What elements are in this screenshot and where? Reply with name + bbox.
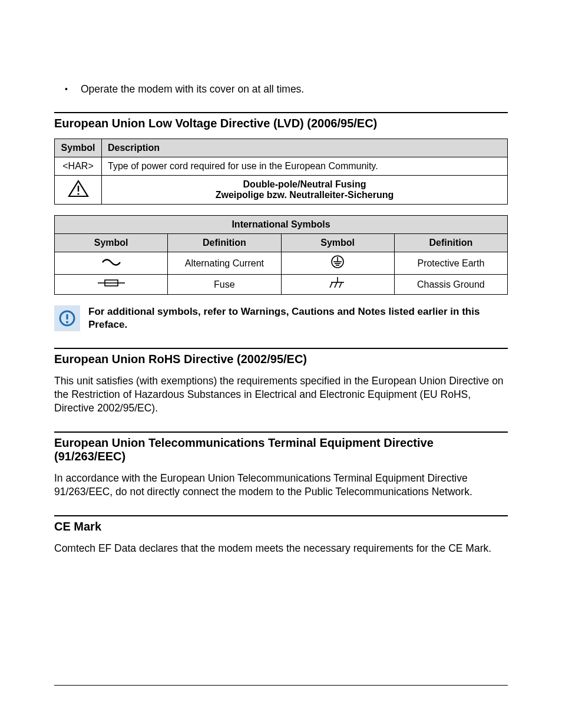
bullet-marker: • (65, 83, 68, 95)
cell-warning-desc: Double-pole/Neutral Fusing Zweipolige bz… (102, 176, 508, 205)
section-ce: CE Mark Comtech EF Data declares that th… (54, 515, 508, 555)
ac-symbol-icon (55, 252, 168, 275)
warning-line-2: Zweipolige bzw. Neutralleiter-Sicherung (108, 190, 501, 200)
table-row: Fuse Chassis Ground (55, 275, 508, 295)
protective-earth-icon (281, 252, 394, 275)
section-rule (54, 431, 508, 433)
th-definition: Definition (394, 234, 507, 252)
body-rohs: This unit satisfies (with exemptions) th… (54, 374, 508, 415)
table-international-symbols: International Symbols Symbol Definition … (54, 215, 508, 295)
heading-ce: CE Mark (54, 520, 508, 533)
warning-line-1: Double-pole/Neutral Fusing (108, 179, 501, 190)
table-row: Double-pole/Neutral Fusing Zweipolige bz… (55, 176, 508, 205)
cell-def: Chassis Ground (394, 275, 507, 295)
svg-line-15 (335, 282, 337, 288)
table-lvd-1: Symbol Description <HAR> Type of power c… (54, 139, 508, 205)
svg-point-19 (66, 321, 68, 324)
svg-line-14 (330, 282, 332, 288)
cell-har-symbol: <HAR> (55, 157, 102, 176)
cell-har-desc: Type of power cord required for use in t… (102, 157, 508, 176)
svg-line-16 (339, 282, 342, 288)
th-symbol: Symbol (55, 139, 102, 157)
table-row: Alternating Current Protective Earth (55, 252, 508, 275)
warning-triangle-icon (68, 180, 89, 200)
cell-def: Protective Earth (394, 252, 507, 275)
section-tte: European Union Telecommunications Termin… (54, 431, 508, 499)
section-lvd: European Union Low Voltage Directive (LV… (54, 112, 508, 331)
section-rohs: European Union RoHS Directive (2002/95/E… (54, 348, 508, 415)
th-symbol: Symbol (281, 234, 394, 252)
fuse-symbol-icon (55, 275, 168, 295)
bullet-text: Operate the modem with its cover on at a… (81, 83, 304, 95)
table-row: <HAR> Type of power cord required for us… (55, 157, 508, 176)
svg-point-2 (77, 193, 79, 195)
th-symbol: Symbol (55, 234, 168, 252)
section-rule (54, 515, 508, 516)
cell-warning-symbol (55, 176, 102, 205)
footer-rule (54, 685, 508, 686)
th-definition: Definition (168, 234, 281, 252)
section-rule (54, 348, 508, 349)
heading-lvd: European Union Low Voltage Directive (LV… (54, 117, 508, 130)
note-text: For additional symbols, refer to Warning… (88, 305, 508, 331)
heading-rohs: European Union RoHS Directive (2002/95/E… (54, 353, 508, 366)
body-ce: Comtech EF Data declares that the modem … (54, 542, 508, 555)
body-tte: In accordance with the European Union Te… (54, 472, 508, 499)
note-block: For additional symbols, refer to Warning… (54, 305, 508, 331)
bullet-item: • Operate the modem with its cover on at… (54, 83, 508, 95)
chassis-ground-icon (281, 275, 394, 295)
section-rule (54, 112, 508, 113)
cell-def: Alternating Current (168, 252, 281, 275)
th-intl-title: International Symbols (55, 216, 508, 234)
info-icon (54, 305, 80, 331)
th-description: Description (102, 139, 508, 157)
cell-def: Fuse (168, 275, 281, 295)
heading-tte: European Union Telecommunications Termin… (54, 436, 508, 463)
